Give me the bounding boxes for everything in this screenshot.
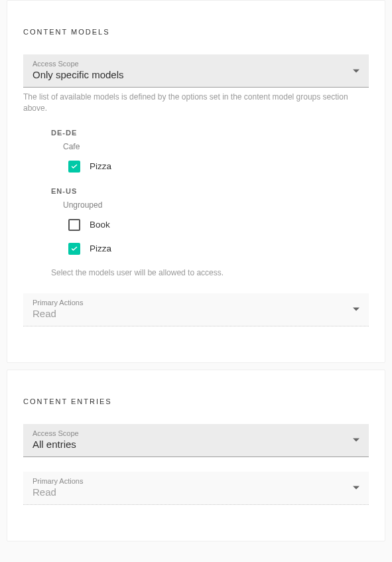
access-scope-value: Only specific models (33, 69, 359, 80)
checkbox-pizza-de[interactable] (68, 161, 80, 173)
tree-helper-text: Select the models user will be allowed t… (51, 268, 369, 277)
checkbox-pizza-en[interactable] (68, 243, 80, 255)
group-name-cafe: Cafe (63, 142, 369, 151)
chevron-down-icon (353, 486, 359, 490)
chevron-down-icon (353, 308, 359, 311)
chevron-down-icon (353, 69, 359, 72)
access-scope-label: Access Scope (33, 60, 359, 68)
primary-actions-label: Primary Actions (33, 299, 359, 307)
item-label: Pizza (90, 161, 111, 171)
models-helper-text: The list of available models is defined … (23, 92, 369, 114)
access-scope-value: All entries (33, 439, 359, 450)
content-models-title: CONTENT MODELS (23, 28, 369, 36)
item-label: Book (90, 220, 110, 230)
item-label: Pizza (90, 244, 111, 253)
group-name-ungrouped: Ungrouped (63, 200, 369, 210)
primary-actions-select-entries[interactable]: Primary Actions Read (23, 472, 369, 505)
list-item: Book (68, 216, 369, 234)
primary-actions-select-models[interactable]: Primary Actions Read (23, 293, 369, 326)
primary-actions-value: Read (33, 486, 359, 498)
checkbox-book-en[interactable] (68, 219, 80, 231)
access-scope-label: Access Scope (33, 429, 359, 437)
list-item: Pizza (68, 240, 369, 257)
access-scope-select-models[interactable]: Access Scope Only specific models (23, 54, 369, 88)
content-models-panel: CONTENT MODELS Access Scope Only specifi… (7, 0, 385, 363)
access-scope-select-entries[interactable]: Access Scope All entries (23, 424, 369, 457)
chevron-down-icon (353, 439, 359, 442)
primary-actions-label: Primary Actions (33, 477, 359, 485)
locale-header-de: DE-DE (51, 129, 369, 137)
locale-header-en: EN-US (51, 187, 369, 195)
models-tree: DE-DE Cafe Pizza EN-US Ungrouped Book (23, 129, 369, 257)
content-entries-title: CONTENT ENTRIES (23, 397, 369, 405)
primary-actions-value: Read (33, 308, 359, 319)
list-item: Pizza (68, 158, 369, 175)
content-entries-panel: CONTENT ENTRIES Access Scope All entries… (7, 370, 385, 541)
